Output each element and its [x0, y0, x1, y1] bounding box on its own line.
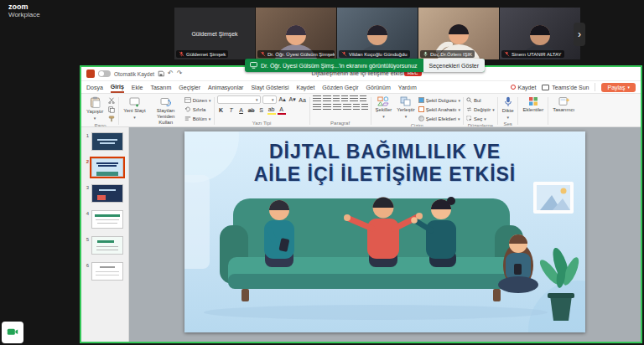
highlight-color-button[interactable]: ab — [267, 106, 276, 115]
strikethrough-button[interactable]: ab — [247, 106, 256, 115]
italic-button[interactable]: T — [227, 106, 236, 115]
tab-kaydet[interactable]: Kaydet — [297, 81, 315, 93]
font-size-select[interactable]: ▾ — [262, 95, 277, 104]
shapes-label: Şekiller — [376, 107, 392, 113]
save-icon[interactable] — [158, 70, 164, 77]
caret-down-icon: ▾ — [484, 116, 486, 121]
quick-access-toolbar: Otomatik Kaydet ↶ ↷ — [86, 70, 182, 78]
slide-thumbnail-3[interactable]: 3 — [83, 184, 125, 203]
tab-ekle[interactable]: Ekle — [132, 81, 143, 93]
shape-outline-button[interactable]: Şekil Anahattı▾ — [418, 106, 460, 113]
arrange-button[interactable]: Yerleştir ▾ — [395, 95, 416, 120]
grow-font-button[interactable]: A▴ — [278, 95, 287, 104]
share-button[interactable]: Paylaş▾ — [601, 83, 636, 92]
ribbon-group-slides: Yeni Slayt ▾ Slaytları Yeniden Kullan Dü… — [122, 95, 210, 126]
line-spacing-icon[interactable] — [350, 95, 358, 102]
smartart-convert-icon[interactable] — [361, 104, 368, 111]
tab-tasarim[interactable]: Tasarım — [150, 81, 171, 93]
monitor-icon — [542, 85, 549, 90]
replace-icon — [466, 106, 472, 112]
cut-icon[interactable] — [106, 96, 116, 104]
record-button[interactable]: Kaydet — [511, 85, 537, 90]
participant-name: Dr. Öğr. Üyesi Gülsüm Şimşek — [267, 52, 335, 57]
copy-icon[interactable] — [106, 106, 116, 113]
participant-name: Sinem UTANIR ALTAY — [512, 52, 562, 57]
shape-fill-button[interactable]: Şekil Dolgusu▾ — [418, 96, 460, 104]
justify-icon[interactable] — [343, 104, 351, 111]
dictate-button[interactable]: Dikte ▾ — [501, 95, 516, 121]
select-button[interactable]: Seç▾ — [466, 115, 495, 122]
participant-tile-5[interactable]: Sinem UTANIR ALTAY — [500, 8, 580, 59]
group-label-voice: Ses — [501, 121, 516, 127]
participant-tile-1[interactable]: Güldemet Şimşek Güldemet Şimşek — [174, 8, 255, 59]
font-color-button[interactable]: A — [278, 106, 286, 115]
addins-button[interactable]: Eklentiler — [521, 95, 545, 114]
autosave-toggle[interactable] — [98, 70, 111, 77]
zoom-workspace-text: Workplace — [8, 11, 40, 18]
shape-effects-button[interactable]: Şekil Efektleri▾ — [418, 115, 460, 122]
next-participants-button[interactable]: › — [574, 23, 585, 46]
mic-icon — [423, 51, 428, 57]
bold-button[interactable]: K — [217, 106, 226, 115]
undo-icon[interactable]: ↶ — [168, 70, 174, 77]
participant-tile-4-speaking[interactable]: Doç.Dr.Özlem IŞIK — [418, 8, 499, 59]
slide-canvas[interactable]: DİJTAL BAĞIMLILIK VE AİLE İÇİ İLETİŞİME … — [129, 127, 641, 342]
divider — [118, 97, 119, 125]
slide-thumbnail-5[interactable]: 5 — [83, 236, 125, 255]
slide-thumbnail-6[interactable]: 6 — [83, 262, 125, 281]
bullets-icon[interactable] — [313, 95, 321, 102]
shapes-button[interactable]: Şekiller ▾ — [374, 95, 394, 120]
reuse-slides-button[interactable]: Slaytları Yeniden Kullan — [149, 95, 183, 126]
font-family-select[interactable]: ▾ — [217, 95, 261, 104]
increase-indent-icon[interactable] — [341, 95, 348, 102]
tab-dosya[interactable]: Dosya — [86, 81, 103, 93]
find-button[interactable]: Bul — [466, 96, 495, 104]
participant-label: Doç.Dr.Özlem IŞIK — [420, 50, 475, 58]
tab-gecisler[interactable]: Geçişler — [179, 81, 200, 93]
zoom-floating-panel[interactable] — [2, 322, 23, 343]
slide-thumbnail-4[interactable]: 4 — [83, 210, 125, 229]
shape-outline-label: Şekil Anahattı — [426, 107, 457, 112]
participant-label: Dr. Öğr. Üyesi Gülsüm Şimşek — [257, 50, 335, 58]
tab-giris[interactable]: Giriş — [111, 81, 124, 93]
caret-down-icon: ▾ — [272, 97, 274, 102]
align-left-icon[interactable] — [313, 104, 321, 111]
shape-effects-label: Şekil Efektleri — [426, 116, 456, 121]
tab-animasyonlar[interactable]: Animasyonlar — [208, 81, 243, 93]
participant-tile-2[interactable]: Dr. Öğr. Üyesi Gülsüm Şimşek — [256, 8, 336, 59]
section-button[interactable]: Bölüm▾ — [184, 115, 211, 122]
slide-title[interactable]: DİJTAL BAĞIMLILIK VE AİLE İÇİ İLETİŞİME … — [184, 141, 585, 186]
change-case-button[interactable]: Aa — [299, 95, 307, 104]
redo-icon[interactable]: ↷ — [177, 70, 183, 77]
present-in-teams-button[interactable]: Teams'de Sun — [542, 85, 589, 90]
decrease-indent-icon[interactable] — [333, 95, 340, 102]
columns-icon[interactable] — [353, 104, 360, 111]
replace-button[interactable]: Değiştir▾ — [466, 106, 495, 113]
text-direction-icon[interactable] — [360, 95, 366, 102]
new-slide-button[interactable]: Yeni Slayt ▾ — [122, 95, 147, 121]
current-slide[interactable]: DİJTAL BAĞIMLILIK VE AİLE İÇİ İLETİŞİME … — [184, 131, 585, 332]
show-options-button[interactable]: Seçenekleri Göster — [423, 59, 486, 72]
shrink-font-button[interactable]: A▾ — [288, 95, 297, 104]
caret-down-icon: ▾ — [458, 107, 460, 112]
paste-button[interactable]: Yapıştır ▾ — [85, 95, 105, 121]
designer-button[interactable]: Tasarımcı — [551, 95, 576, 114]
text-shadow-button[interactable]: S — [257, 106, 266, 115]
tab-slayt-gosterisi[interactable]: Slayt Gösterisi — [251, 81, 288, 93]
group-label-designer — [551, 125, 576, 126]
tab-yardim[interactable]: Yardım — [398, 81, 417, 93]
divider — [371, 97, 371, 125]
participant-tile-3[interactable]: Vildan Koçoğlu Gündoğdu — [337, 8, 418, 59]
tab-gorunum[interactable]: Görünüm — [366, 81, 391, 93]
numbering-icon[interactable] — [323, 95, 331, 102]
align-center-icon[interactable] — [323, 104, 331, 111]
layout-button[interactable]: Düzen▾ — [184, 96, 211, 104]
caret-down-icon: ▾ — [209, 116, 211, 121]
slide-thumbnail-2-selected[interactable]: 2 — [83, 158, 125, 177]
reset-button[interactable]: Sıfırla — [184, 106, 211, 113]
align-right-icon[interactable] — [333, 104, 341, 111]
slide-thumbnail-1[interactable]: 1 — [83, 132, 125, 151]
underline-button[interactable]: A — [237, 106, 246, 115]
format-painter-icon[interactable] — [106, 115, 116, 122]
tab-gozden-gecir[interactable]: Gözden Geçir — [322, 81, 358, 93]
